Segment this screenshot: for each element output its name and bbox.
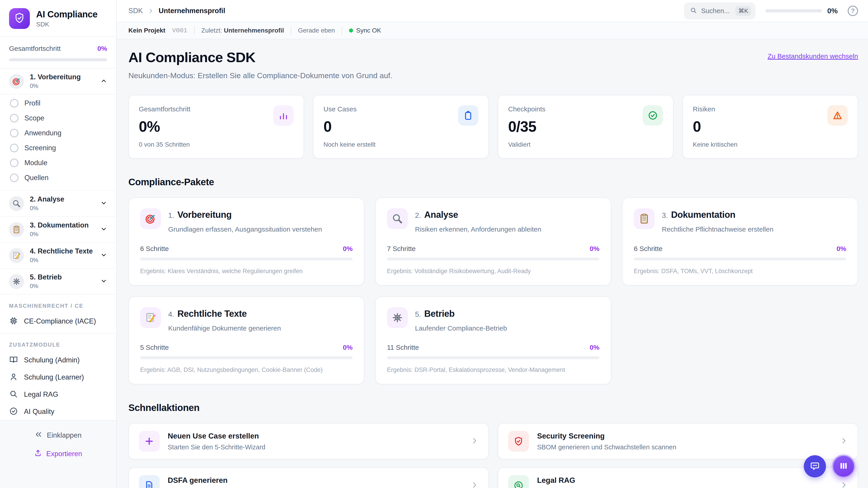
step-radio[interactable] (10, 99, 19, 107)
step-item-quellen[interactable]: Quellen (0, 170, 116, 185)
sidebar-phase-dokumentation[interactable]: 3. Dokumentation 0% (0, 217, 116, 242)
chevron-down-icon (100, 226, 107, 233)
search-input[interactable]: Suchen... ⌘K (684, 2, 755, 20)
upload-icon (34, 449, 42, 459)
phase-steps-list: Profil Scope Anwendung Screening Module … (0, 94, 116, 191)
sidebar-overall-progress: Gesamtfortschritt 0% (0, 37, 116, 68)
step-label: Profil (24, 99, 40, 107)
packages-grid: 1. Vorbereitung Grundlagen erfassen, Aus… (128, 197, 858, 384)
modules-button[interactable] (832, 455, 855, 478)
last-edited-label: Zuletzt: (202, 27, 222, 34)
chevron-down-icon (100, 278, 107, 285)
step-label: Module (24, 159, 48, 167)
step-label: Scope (24, 114, 44, 122)
export-label: Exportieren (46, 450, 82, 458)
breadcrumb-root[interactable]: SDK (128, 7, 143, 15)
help-icon[interactable] (848, 6, 858, 16)
search-icon (690, 7, 697, 15)
step-item-screening[interactable]: Screening (0, 140, 116, 156)
action-new-use-case[interactable]: Neuen Use Case erstellen Starten Sie den… (128, 423, 489, 459)
step-item-scope[interactable]: Scope (0, 111, 116, 126)
package-name: Dokumentation (671, 210, 736, 220)
overall-progress-label: Gesamtfortschritt (9, 45, 61, 53)
main-content: AI Compliance SDK Neukunden-Modus: Erste… (117, 39, 868, 488)
sidebar-item-ce-compliance[interactable]: CE-Compliance (IACE) (0, 313, 116, 330)
step-radio[interactable] (10, 173, 19, 182)
export-button[interactable]: Exportieren (34, 449, 82, 459)
package-description: Risiken erkennen, Anforderungen ableiten (415, 225, 541, 234)
status-bar: Kein Projekt V001 Zuletzt: Unternehmensp… (117, 22, 868, 39)
search-circle-icon (508, 475, 529, 488)
package-card-betrieb[interactable]: 5. Betrieb Laufender Compliance-Betrieb … (375, 296, 611, 385)
double-chevron-left-icon (35, 431, 42, 440)
collapse-label: Einklappen (47, 431, 81, 440)
step-radio[interactable] (10, 129, 19, 137)
sidebar-item-label: Schulung (Admin) (24, 356, 80, 364)
chat-button[interactable] (804, 455, 826, 477)
package-number: 4. (168, 310, 174, 319)
step-item-profil[interactable]: Profil (0, 96, 116, 111)
main-column: SDK Unternehmensprofil Suchen... ⌘K 0% (117, 0, 868, 488)
sidebar-item-schulung-learner[interactable]: Schulung (Learner) (0, 369, 116, 386)
package-card-rechtliche-texte[interactable]: 4. Rechtliche Texte Kundenfähige Dokumen… (128, 296, 364, 385)
topbar-right: Suchen... ⌘K 0% (684, 2, 858, 20)
package-card-dokumentation[interactable]: 3. Dokumentation Rechtliche Pflichtnachw… (622, 197, 858, 286)
shield-check-icon (508, 431, 529, 452)
step-label: Screening (24, 144, 56, 152)
action-title: Neuen Use Case erstellen (168, 432, 463, 440)
overall-progress-bar (9, 58, 107, 61)
sync-status: Sync OK (349, 27, 381, 34)
sidebar-item-ai-quality[interactable]: AI Quality (0, 403, 116, 420)
collapse-sidebar-button[interactable]: Einklappen (35, 431, 81, 440)
sidebar-header: AI Compliance SDK (0, 0, 116, 37)
sidebar-phase-rechtliche-texte[interactable]: 4. Rechtliche Texte 0% (0, 242, 116, 269)
target-icon (9, 74, 24, 89)
stat-subtext: Noch keine erstellt (323, 141, 375, 148)
package-steps: 11 Schritte (387, 344, 419, 351)
action-security-screening[interactable]: Security Screening SBOM generieren und S… (498, 423, 858, 459)
stat-card-risiken: Risiken 0 Keine kritischen (682, 95, 858, 159)
step-radio[interactable] (10, 144, 19, 152)
stat-card-use-cases: Use Cases 0 Noch keine erstellt (313, 95, 489, 159)
package-card-vorbereitung[interactable]: 1. Vorbereitung Grundlagen erfassen, Aus… (128, 197, 364, 286)
last-saved-time: Gerade eben (298, 27, 335, 34)
chevron-down-icon (100, 200, 107, 207)
sidebar-phase-vorbereitung[interactable]: 1. Vorbereitung 0% (0, 68, 116, 94)
sidebar-phase-analyse[interactable]: 2. Analyse 0% (0, 191, 116, 217)
page-title: AI Compliance SDK (128, 49, 393, 65)
package-steps: 6 Schritte (140, 245, 169, 253)
switch-customers-link[interactable]: Zu Bestandskunden wechseln (768, 53, 858, 60)
sidebar-item-legal-rag[interactable]: Legal RAG (0, 386, 116, 403)
package-progress: 0% (590, 245, 599, 253)
package-result: Ergebnis: Vollständige Risikobewertung, … (387, 268, 599, 275)
stat-subtext: Keine kritischen (693, 141, 738, 148)
package-card-analyse[interactable]: 2. Analyse Risiken erkennen, Anforderung… (375, 197, 611, 286)
action-description: SBOM generieren und Schwachstellen scann… (537, 444, 832, 451)
step-item-anwendung[interactable]: Anwendung (0, 126, 116, 140)
divider (194, 26, 195, 35)
stat-value: 0/35 (508, 118, 546, 135)
page-subtitle: Neukunden-Modus: Erstellen Sie alle Comp… (128, 71, 393, 80)
sidebar-item-schulung-admin[interactable]: Schulung (Admin) (0, 352, 116, 369)
check-circle-icon (9, 407, 18, 417)
action-dsfa-generieren[interactable]: DSFA generieren Datenschutz-Folgenabscha… (128, 467, 489, 488)
topbar-progress: 0% (765, 7, 838, 15)
sidebar-phase-betrieb[interactable]: 5. Betrieb 0% (0, 269, 116, 295)
step-radio[interactable] (10, 114, 19, 123)
divider (342, 26, 342, 35)
phase-label: 4. Rechtliche Texte (30, 247, 94, 255)
clipboard-icon (634, 208, 655, 229)
step-label: Anwendung (24, 129, 61, 137)
plus-icon (139, 431, 160, 452)
action-description: Starten Sie den 5-Schritte-Wizard (168, 444, 463, 451)
overall-progress-value: 0% (97, 45, 107, 53)
step-item-module[interactable]: Module (0, 156, 116, 170)
step-radio[interactable] (10, 159, 19, 167)
stat-label: Checkpoints (508, 105, 546, 113)
package-number: 5. (415, 310, 421, 319)
last-edited-value: Unternehmensprofil (224, 27, 284, 34)
phase-progress: 0% (30, 231, 94, 238)
divider (291, 26, 291, 35)
chat-bubble-icon (810, 461, 820, 472)
sidebar-item-label: CE-Compliance (IACE) (24, 317, 96, 325)
